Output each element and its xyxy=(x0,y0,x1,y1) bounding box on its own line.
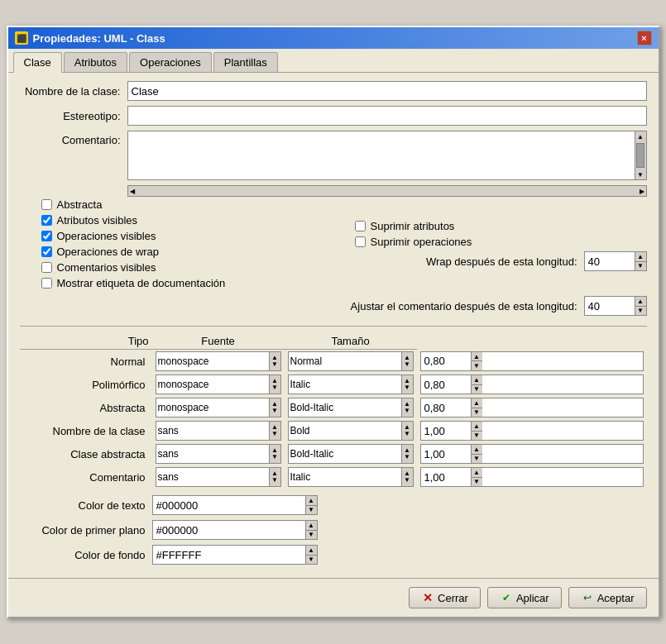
color-primer-plano-input-wrap[interactable]: ▲ ▼ xyxy=(152,520,318,540)
color-fondo-up[interactable]: ▲ xyxy=(306,546,317,556)
tamano-down[interactable]: ▼ xyxy=(472,455,482,464)
fuente-select-wrap[interactable]: monospacesansserif▲▼ xyxy=(156,421,281,441)
estilo-arrow[interactable]: ▲▼ xyxy=(401,352,413,370)
color-texto-down[interactable]: ▼ xyxy=(306,506,317,515)
estilo-select-wrap[interactable]: NormalBoldItalicBold-Italic▲▼ xyxy=(288,444,414,464)
fuente-select-wrap[interactable]: monospacesansserif▲▼ xyxy=(156,374,281,394)
hscrollbar[interactable]: ◀ ▶ xyxy=(127,185,647,197)
tab-plantillas[interactable]: Plantillas xyxy=(213,52,278,72)
comentarios-visibles-checkbox[interactable] xyxy=(41,262,52,273)
estilo-select-wrap[interactable]: NormalBoldItalicBold-Italic▲▼ xyxy=(288,351,414,371)
fuente-arrow[interactable]: ▲▼ xyxy=(269,445,280,463)
estilo-arrow[interactable]: ▲▼ xyxy=(401,468,413,486)
window-close-button[interactable]: × xyxy=(637,31,652,45)
color-texto-up[interactable]: ▲ xyxy=(306,496,317,506)
estilo-select[interactable]: NormalBoldItalicBold-Italic xyxy=(289,468,401,486)
tamano-input[interactable] xyxy=(421,352,471,370)
tamano-input[interactable] xyxy=(421,398,471,417)
tamano-down[interactable]: ▼ xyxy=(472,408,482,417)
comentario-scrollbar-v[interactable]: ▲ ▼ xyxy=(635,131,646,179)
scroll-up-arrow[interactable]: ▲ xyxy=(635,131,645,141)
hscroll-left[interactable]: ◀ xyxy=(128,188,137,195)
tamano-input[interactable] xyxy=(421,445,471,463)
tamano-spinbox[interactable]: ▲▼ xyxy=(420,467,644,487)
fuente-arrow[interactable]: ▲▼ xyxy=(269,422,280,440)
tamano-spinbox[interactable]: ▲▼ xyxy=(420,351,644,371)
wrap-spinbox[interactable]: ▲ ▼ xyxy=(584,251,647,271)
fuente-arrow[interactable]: ▲▼ xyxy=(269,468,280,486)
fuente-select[interactable]: monospacesansserif xyxy=(156,468,269,486)
estilo-select[interactable]: NormalBoldItalicBold-Italic xyxy=(289,352,401,370)
estilo-select-wrap[interactable]: NormalBoldItalicBold-Italic▲▼ xyxy=(288,398,414,417)
aplicar-button[interactable]: ✔ Aplicar xyxy=(487,587,562,608)
estilo-select[interactable]: NormalBoldItalicBold-Italic xyxy=(289,422,401,440)
tamano-up[interactable]: ▲ xyxy=(472,352,482,362)
tab-clase[interactable]: Clase xyxy=(13,52,62,73)
color-fondo-input[interactable] xyxy=(153,546,305,564)
atributos-visibles-checkbox[interactable] xyxy=(41,215,52,226)
color-fondo-down[interactable]: ▼ xyxy=(306,556,317,565)
suprimir-operaciones-checkbox[interactable] xyxy=(355,236,366,247)
operaciones-visibles-checkbox[interactable] xyxy=(41,231,52,241)
estilo-arrow[interactable]: ▲▼ xyxy=(401,375,413,394)
estilo-arrow[interactable]: ▲▼ xyxy=(401,422,413,440)
tamano-spinbox[interactable]: ▲▼ xyxy=(420,444,644,464)
color-primer-plano-input[interactable] xyxy=(153,521,305,539)
tamano-up[interactable]: ▲ xyxy=(472,422,482,432)
fuente-select[interactable]: monospacesansserif xyxy=(156,445,269,463)
wrap-spin-down[interactable]: ▼ xyxy=(635,262,646,271)
ajustar-spin-up[interactable]: ▲ xyxy=(635,297,646,307)
ajustar-spin-down[interactable]: ▼ xyxy=(635,307,646,316)
estilo-select[interactable]: NormalBoldItalicBold-Italic xyxy=(289,375,401,394)
tamano-down[interactable]: ▼ xyxy=(472,432,482,441)
fuente-select-wrap[interactable]: monospacesansserif▲▼ xyxy=(156,444,281,464)
ajustar-input[interactable] xyxy=(585,297,635,315)
suprimir-atributos-checkbox[interactable] xyxy=(355,221,366,231)
estilo-select-wrap[interactable]: NormalBoldItalicBold-Italic▲▼ xyxy=(288,374,414,394)
tamano-input[interactable] xyxy=(421,375,471,394)
nombre-input[interactable] xyxy=(127,81,647,101)
tamano-input[interactable] xyxy=(421,422,471,440)
comentario-input[interactable] xyxy=(128,131,635,174)
color-primer-plano-down[interactable]: ▼ xyxy=(306,531,317,540)
cerrar-button[interactable]: ✕ Cerrar xyxy=(409,587,481,608)
tamano-input[interactable] xyxy=(421,468,471,486)
fuente-arrow[interactable]: ▲▼ xyxy=(269,375,280,394)
estilo-select-wrap[interactable]: NormalBoldItalicBold-Italic▲▼ xyxy=(288,467,414,487)
tab-operaciones[interactable]: Operaciones xyxy=(129,52,212,72)
estilo-arrow[interactable]: ▲▼ xyxy=(401,398,413,417)
operaciones-wrap-checkbox[interactable] xyxy=(41,246,52,257)
fuente-select[interactable]: monospacesansserif xyxy=(156,375,269,394)
fuente-select-wrap[interactable]: monospacesansserif▲▼ xyxy=(156,398,281,417)
tamano-down[interactable]: ▼ xyxy=(472,478,482,487)
fuente-arrow[interactable]: ▲▼ xyxy=(269,398,280,417)
fuente-select[interactable]: monospacesansserif xyxy=(156,398,269,417)
color-primer-plano-up[interactable]: ▲ xyxy=(306,521,317,531)
estilo-select-wrap[interactable]: NormalBoldItalicBold-Italic▲▼ xyxy=(288,421,414,441)
fuente-select-wrap[interactable]: monospacesansserif▲▼ xyxy=(156,467,281,487)
estereotipo-input[interactable] xyxy=(127,106,647,126)
estilo-arrow[interactable]: ▲▼ xyxy=(401,445,413,463)
wrap-input[interactable] xyxy=(585,252,635,270)
hscroll-right[interactable]: ▶ xyxy=(638,188,646,195)
tamano-up[interactable]: ▲ xyxy=(472,445,482,455)
aceptar-button[interactable]: ↩ Aceptar xyxy=(568,587,647,608)
abstracta-checkbox[interactable] xyxy=(41,199,52,210)
tamano-down[interactable]: ▼ xyxy=(472,385,482,394)
ajustar-spinbox[interactable]: ▲ ▼ xyxy=(584,296,647,316)
fuente-select-wrap[interactable]: monospacesansserif▲▼ xyxy=(156,351,281,371)
mostrar-etiqueta-checkbox[interactable] xyxy=(41,278,52,289)
fuente-select[interactable]: monospacesansserif xyxy=(156,422,269,440)
tamano-spinbox[interactable]: ▲▼ xyxy=(420,374,644,394)
estilo-select[interactable]: NormalBoldItalicBold-Italic xyxy=(289,445,401,463)
color-texto-input-wrap[interactable]: ▲ ▼ xyxy=(152,495,318,515)
tamano-up[interactable]: ▲ xyxy=(472,375,482,385)
fuente-select[interactable]: monospacesansserif xyxy=(156,352,269,370)
tamano-up[interactable]: ▲ xyxy=(472,398,482,408)
tamano-spinbox[interactable]: ▲▼ xyxy=(420,421,644,441)
tab-atributos[interactable]: Atributos xyxy=(64,52,127,72)
tamano-down[interactable]: ▼ xyxy=(472,361,482,370)
wrap-spin-up[interactable]: ▲ xyxy=(635,252,646,262)
color-texto-input[interactable] xyxy=(153,496,305,514)
tamano-spinbox[interactable]: ▲▼ xyxy=(420,398,644,417)
